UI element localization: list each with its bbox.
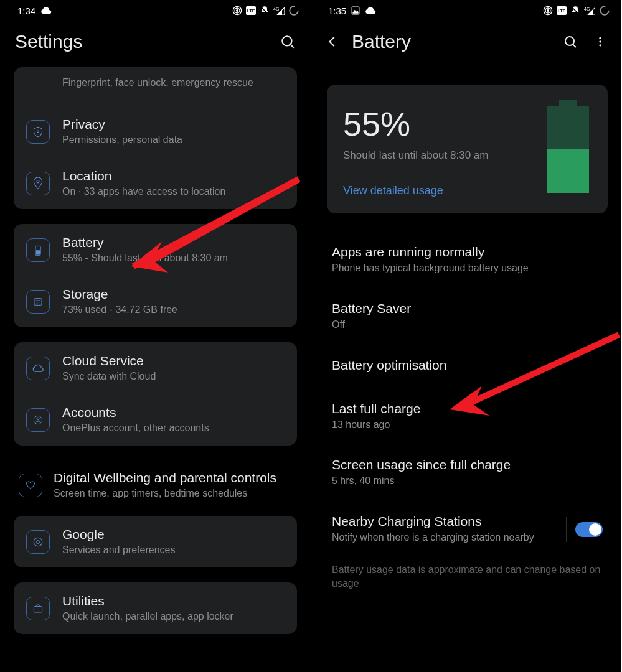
battery-fill	[547, 149, 589, 193]
item-apps-running[interactable]: Apps are running normally Phone has typi…	[327, 236, 608, 284]
search-icon[interactable]	[563, 34, 578, 49]
person-icon	[26, 408, 50, 432]
svg-point-6	[290, 6, 298, 15]
row-title: Google	[62, 527, 285, 542]
item-subtitle: 13 hours ago	[332, 419, 603, 432]
signal-icon: 4G	[273, 6, 285, 15]
search-icon[interactable]	[280, 34, 296, 50]
row-title: Battery	[62, 235, 285, 250]
svg-point-36	[599, 40, 601, 42]
loading-icon	[288, 5, 299, 16]
clock-text: 1:35	[328, 6, 346, 16]
settings-row-accounts[interactable]: Accounts OnePlus account, other accounts	[14, 394, 297, 446]
item-screen-usage: Screen usage since full charge 5 hrs, 40…	[327, 449, 608, 497]
cloud-icon	[40, 7, 52, 14]
settings-row-wellbeing[interactable]: Digital Wellbeing and parental controls …	[14, 460, 297, 510]
mute-icon	[260, 6, 270, 16]
status-bar: 1:34 LTE 4G	[0, 0, 311, 19]
settings-row-utilities[interactable]: Utilities Quick launch, parallel apps, a…	[14, 582, 297, 634]
nearby-charging-toggle[interactable]	[575, 522, 603, 537]
item-title: Screen usage since full charge	[332, 457, 603, 472]
row-title: Privacy	[62, 117, 285, 132]
settings-row-security[interactable]: Fingerprint, face unlock, emergency resc…	[14, 67, 297, 106]
cloud-icon	[365, 7, 376, 14]
back-icon[interactable]	[326, 35, 339, 49]
svg-point-19	[37, 418, 39, 420]
svg-point-35	[599, 37, 601, 39]
item-subtitle: 5 hrs, 40 mins	[332, 475, 603, 488]
more-icon[interactable]	[594, 34, 606, 49]
settings-row-battery[interactable]: Battery 55% - Should last until about 8:…	[14, 224, 297, 276]
svg-point-37	[599, 44, 601, 46]
item-nearby-charging[interactable]: Nearby Charging Stations Notify when the…	[327, 505, 608, 553]
item-last-full-charge: Last full charge 13 hours ago	[327, 393, 608, 441]
svg-rect-22	[34, 606, 42, 612]
row-subtitle: Sync data with Cloud	[62, 370, 285, 383]
svg-text:4G: 4G	[584, 7, 590, 11]
settings-row-location[interactable]: Location On · 33 apps have access to loc…	[14, 157, 297, 209]
row-title: Storage	[62, 287, 285, 302]
item-title: Last full charge	[332, 401, 603, 416]
page-title: Settings	[15, 31, 280, 52]
item-subtitle: Phone has typical background battery usa…	[332, 262, 603, 275]
page-title: Battery	[352, 31, 563, 52]
status-bar: 1:35 LTE 4G	[311, 0, 621, 19]
battery-page[interactable]: 55% Should last until about 8:30 am View…	[311, 75, 621, 672]
svg-text:4G: 4G	[273, 7, 279, 11]
google-icon	[26, 530, 50, 554]
cloud-icon	[26, 357, 50, 380]
battery-icon	[26, 238, 50, 262]
item-title: Battery Saver	[332, 301, 603, 316]
item-subtitle: Off	[332, 319, 603, 332]
loading-icon	[599, 5, 610, 16]
row-title: Cloud Service	[62, 353, 285, 368]
signal-icon: 4G	[584, 6, 595, 15]
svg-point-32	[600, 6, 609, 15]
settings-list[interactable]: Fingerprint, face unlock, emergency resc…	[0, 75, 311, 672]
svg-point-20	[34, 538, 42, 546]
svg-text:LTE: LTE	[558, 9, 566, 13]
row-subtitle: Fingerprint, face unlock, emergency resc…	[62, 77, 285, 89]
divider	[566, 517, 567, 542]
mute-icon	[570, 6, 580, 16]
heart-icon	[19, 474, 42, 497]
settings-row-privacy[interactable]: Privacy Permissions, personal data	[14, 106, 297, 157]
volte-icon: LTE	[557, 6, 567, 15]
row-subtitle: Permissions, personal data	[62, 134, 285, 146]
svg-point-21	[37, 540, 40, 543]
phone-screen-settings: 1:34 LTE 4G Settings Fingerprint,	[0, 0, 311, 672]
row-title: Location	[62, 169, 285, 184]
settings-row-google[interactable]: Google Services and preferences	[14, 516, 297, 567]
svg-line-8	[290, 44, 293, 47]
row-title: Accounts	[62, 405, 285, 420]
clock-text: 1:34	[17, 6, 35, 16]
item-battery-optimisation[interactable]: Battery optimisation	[327, 349, 608, 384]
svg-point-26	[547, 10, 549, 12]
row-subtitle: Screen time, app timers, bedtime schedul…	[54, 487, 292, 500]
svg-point-9	[37, 131, 39, 133]
hotspot-icon	[543, 6, 553, 16]
row-subtitle: Quick launch, parallel apps, app locker	[62, 610, 285, 623]
volte-icon: LTE	[246, 6, 256, 15]
footnote-text: Battery usage data is approximate and ca…	[327, 553, 608, 600]
item-battery-saver[interactable]: Battery Saver Off	[327, 292, 608, 340]
phone-screen-battery: 1:35 LTE 4G Battery 55% Should	[311, 0, 621, 672]
row-title: Digital Wellbeing and parental controls	[54, 470, 292, 485]
svg-text:LTE: LTE	[247, 9, 255, 13]
item-title: Nearby Charging Stations	[332, 514, 557, 529]
svg-point-7	[282, 36, 291, 45]
svg-rect-12	[37, 245, 39, 246]
item-title: Apps are running normally	[332, 245, 603, 259]
row-subtitle: 73% used - 34.72 GB free	[62, 304, 285, 316]
page-header: Settings	[0, 19, 311, 61]
hotspot-icon	[232, 6, 242, 16]
settings-row-cloud[interactable]: Cloud Service Sync data with Cloud	[14, 342, 297, 394]
row-subtitle: 55% - Should last until about 8:30 am	[62, 252, 285, 264]
row-subtitle: Services and preferences	[62, 544, 285, 556]
storage-icon	[26, 290, 50, 314]
settings-row-storage[interactable]: Storage 73% used - 34.72 GB free	[14, 276, 297, 327]
svg-rect-13	[37, 250, 40, 254]
item-subtitle: Notify when there is a charging station …	[332, 531, 557, 544]
location-icon	[26, 172, 50, 195]
shield-icon	[26, 120, 50, 144]
